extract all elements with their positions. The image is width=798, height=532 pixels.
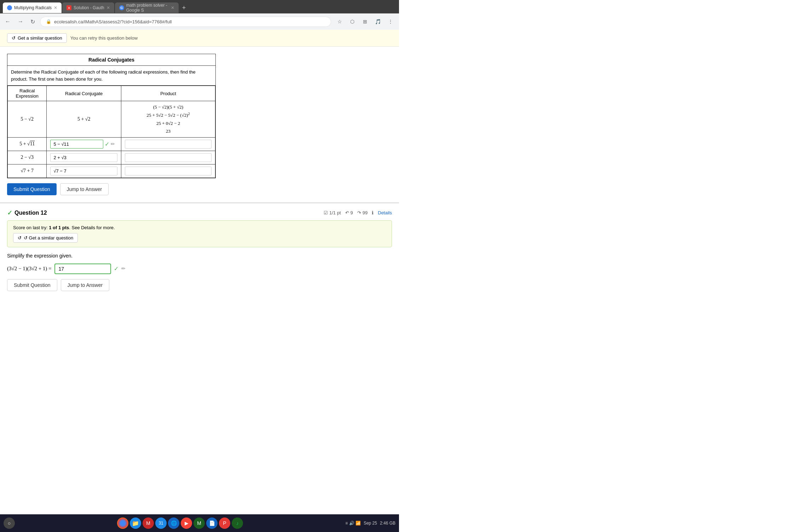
col-header-conjugate: Radical Conjugate [47, 86, 121, 101]
tab-close-btn[interactable]: ✕ [171, 5, 174, 10]
table-description: Determine the Radical Conjugate of each … [7, 66, 215, 86]
expression-cell: 5 + √11 [8, 137, 47, 151]
bookmark-button[interactable]: ☆ [334, 16, 345, 27]
question-prompt: Simplify the expression given. [7, 253, 392, 259]
expression-area: (3√2 − 1)(3√2 + 1) = ✓ ✏ [7, 264, 392, 274]
score-banner: Score on last try: 1 of 1 pts. See Detai… [7, 220, 392, 247]
conjugate-cell [47, 151, 121, 164]
expression-text: (3√2 − 1)(3√2 + 1) = [7, 266, 52, 272]
x-tab-icon: X [66, 5, 71, 10]
tries-meta: ↶ 9 [345, 210, 353, 215]
product-input[interactable] [125, 167, 212, 175]
expression-cell: 5 − √2 [8, 101, 47, 138]
retry-btn-label: Get a similar question [18, 35, 62, 41]
question-number: Question 12 [15, 210, 47, 216]
details-link[interactable]: Details [378, 210, 392, 215]
tries-icon: ↶ [345, 210, 349, 215]
reload-button[interactable]: ↻ [28, 17, 37, 27]
tries-value: 9 [351, 210, 353, 215]
score99-value: 99 [363, 210, 368, 215]
nav-icons: ☆ ⬡ ⊞ 🎵 ⋮ [334, 16, 396, 27]
product-cell [121, 137, 215, 151]
answer-edit-icon[interactable]: ✏ [121, 266, 126, 272]
jump-to-answer-button[interactable]: Jump to Answer [60, 183, 109, 195]
expression-row: (3√2 − 1)(3√2 + 1) = ✓ ✏ [7, 264, 392, 274]
tab-label: Multiplying Radicals [14, 5, 52, 10]
question-buttons: Submit Question Jump to Answer [7, 183, 392, 195]
tab-gauth[interactable]: X Solution - Gauth ✕ [62, 2, 114, 13]
expression-value: 5 − √2 [21, 116, 34, 122]
tab-bar: Multiplying Radicals ✕ X Solution - Gaut… [0, 0, 399, 13]
answer-check-icon: ✓ [114, 265, 118, 272]
google-tab-icon: G [119, 5, 124, 10]
info-icon: ℹ [372, 210, 374, 215]
get-similar-question-button-q12[interactable]: ↺ ↺ Get a similar question [13, 233, 78, 243]
table-row: 5 − √2 5 + √2 (5 − √2)(5 + √2) 25 + 5√2 … [8, 101, 215, 138]
table-row: 5 + √11 ✓ ✏ [8, 137, 215, 151]
question-meta: ☑ 1/1 pt ↶ 9 ↷ 99 ℹ Details [324, 210, 392, 215]
submit-question-button-bottom[interactable]: Submit Question [7, 279, 57, 291]
radical-conjugates-table-container: Radical Conjugates Determine the Radical… [7, 54, 216, 178]
score-meta: ☑ 1/1 pt [324, 210, 341, 215]
url-text: ecolesalish.ca/iMathAS/assess2/?cid=156&… [54, 19, 172, 24]
extensions-button[interactable]: ⬡ [347, 16, 358, 27]
info-meta: ℹ [372, 210, 374, 215]
nav-bar: ← → ↻ 🔒 ecolesalish.ca/iMathAS/assess2/?… [0, 13, 399, 30]
chrome-tab-icon [7, 5, 12, 10]
retry-label-q12: ↺ Get a similar question [24, 235, 73, 241]
radical-conjugates-question: Radical Conjugates Determine the Radical… [0, 47, 399, 202]
score-text: Score on last try: 1 of 1 pts. See Detai… [13, 225, 386, 230]
product-cell: (5 − √2)(5 + √2) 25 + 5√2 − 5√2 − (√2)2 … [121, 101, 215, 138]
score99-meta: ↷ 99 [357, 210, 368, 215]
tools-button[interactable]: 🎵 [372, 16, 383, 27]
score-value: 1/1 pt [329, 210, 341, 215]
conjugate-input[interactable] [50, 167, 117, 175]
tab-close-btn[interactable]: ✕ [106, 5, 110, 10]
retry-icon-q12: ↺ [18, 235, 22, 241]
question-12-section: ✓ Question 12 ☑ 1/1 pt ↶ 9 ↷ 99 ℹ [0, 203, 399, 297]
conjugate-cell: ✓ ✏ [47, 137, 121, 151]
radical-table: RadicalExpression Radical Conjugate Prod… [7, 86, 215, 178]
page-content: ↺ Get a similar question You can retry t… [0, 30, 399, 297]
tab-google-search[interactable]: G math problem solver - Google S ✕ [115, 2, 179, 13]
expression-value: √7 + 7 [21, 168, 34, 173]
submit-question-button[interactable]: Submit Question [7, 183, 57, 195]
conjugate-input[interactable] [50, 140, 103, 149]
back-button[interactable]: ← [3, 17, 13, 26]
table-row: 2 − √3 [8, 151, 215, 164]
retry-icon: ↺ [12, 35, 16, 41]
product-input[interactable] [125, 153, 212, 162]
answer-input[interactable] [54, 264, 111, 274]
tab-label: Solution - Gauth [74, 5, 104, 10]
browser-chrome: Multiplying Radicals ✕ X Solution - Gaut… [0, 0, 399, 30]
address-bar[interactable]: 🔒 ecolesalish.ca/iMathAS/assess2/?cid=15… [40, 17, 331, 27]
retry-banner: ↺ Get a similar question You can retry t… [0, 30, 399, 47]
forward-button[interactable]: → [16, 17, 25, 26]
check-icon: ✓ [105, 141, 109, 148]
question-title-area: ✓ Question 12 [7, 209, 47, 217]
prompt-text: Simplify the expression given. [7, 253, 73, 259]
col-header-product: Product [121, 86, 215, 101]
more-button[interactable]: ⋮ [385, 16, 396, 27]
product-input[interactable] [125, 140, 212, 149]
new-tab-button[interactable]: + [179, 5, 189, 11]
expression-value: 2 − √3 [21, 155, 34, 160]
conjugate-input[interactable] [50, 153, 117, 162]
product-cell [121, 151, 215, 164]
product-cell [121, 164, 215, 178]
conjugate-value: 5 + √2 [77, 116, 91, 122]
tab-multiplying-radicals[interactable]: Multiplying Radicals ✕ [3, 2, 62, 13]
question-header: ✓ Question 12 ☑ 1/1 pt ↶ 9 ↷ 99 ℹ [7, 209, 392, 217]
edit-icon[interactable]: ✏ [111, 141, 115, 147]
col-header-expression: RadicalExpression [8, 86, 47, 101]
get-similar-question-button-top[interactable]: ↺ Get a similar question [7, 33, 67, 43]
conjugate-cell [47, 164, 121, 178]
jump-to-answer-button-bottom[interactable]: Jump to Answer [61, 279, 110, 291]
tab-close-btn[interactable]: ✕ [54, 5, 57, 10]
lock-icon: 🔒 [46, 19, 51, 24]
bottom-question-buttons: Submit Question Jump to Answer [7, 279, 392, 291]
tab-label: math problem solver - Google S [126, 3, 169, 13]
expression-cell: 2 − √3 [8, 151, 47, 164]
expression-value: 5 + √11 [19, 141, 35, 146]
grid-button[interactable]: ⊞ [359, 16, 371, 27]
